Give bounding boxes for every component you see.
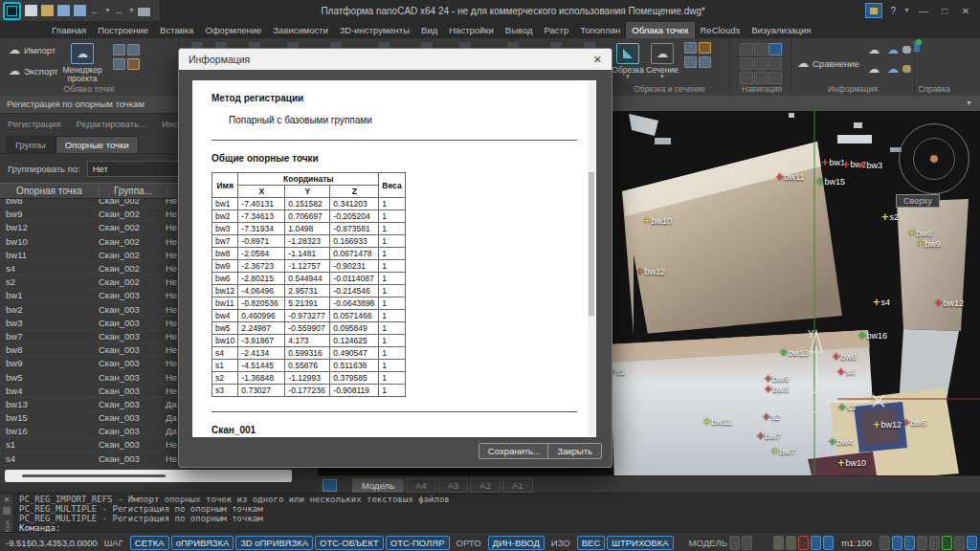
- redo-dropdown-icon[interactable]: ▼: [128, 5, 134, 16]
- status-toggle[interactable]: ШАГ: [100, 536, 128, 550]
- dialog-close-button[interactable]: Закрыть: [547, 443, 602, 459]
- layout-tab[interactable]: Модель: [352, 478, 404, 493]
- ribbon-tab[interactable]: Настройки: [443, 22, 500, 38]
- cloud-tool-icon[interactable]: [113, 58, 125, 70]
- orbit-icon[interactable]: [929, 536, 940, 550]
- fullscreen-icon[interactable]: [967, 536, 977, 550]
- undo-dropdown-icon[interactable]: ▼: [104, 5, 110, 16]
- point-marker[interactable]: +s4: [873, 296, 890, 308]
- status-toggle[interactable]: ОТС-ОБЪЕКТ: [315, 536, 384, 550]
- save-icon[interactable]: [57, 5, 70, 16]
- nav-tool-icon[interactable]: [768, 72, 782, 84]
- ribbon-tab[interactable]: Зависимости: [267, 22, 334, 38]
- bulb-icon[interactable]: [773, 536, 784, 550]
- status-toggle[interactable]: СЕТКА: [130, 536, 169, 550]
- bulb2-icon[interactable]: [786, 536, 796, 550]
- section-dropdown-icon[interactable]: ▼: [659, 75, 665, 79]
- ribbon-tab[interactable]: Оформление: [199, 22, 267, 38]
- status-toggle[interactable]: ВЕС: [577, 536, 606, 550]
- close-icon[interactable]: ✕: [0, 496, 13, 504]
- point-marker[interactable]: +s2: [881, 210, 899, 223]
- crop-tool-icon[interactable]: [699, 42, 711, 54]
- layout-list-icon[interactable]: [323, 479, 337, 492]
- notes-icon[interactable]: [742, 536, 752, 550]
- info-cloud-icon[interactable]: ☁: [868, 44, 880, 55]
- ribbon-tab[interactable]: 3D-инструменты: [334, 22, 415, 38]
- cylinder-d-icon[interactable]: [902, 65, 911, 73]
- nav-tool-icon[interactable]: [754, 72, 768, 84]
- nav-tool-icon[interactable]: [754, 43, 768, 55]
- close-button[interactable]: ✕: [959, 6, 972, 16]
- pan-icon[interactable]: [880, 536, 890, 550]
- panel-tab[interactable]: Опорные точки: [56, 136, 139, 153]
- point-marker[interactable]: +bw12: [935, 297, 964, 309]
- point-marker[interactable]: +s2: [763, 410, 780, 423]
- save-button[interactable]: Сохранить...: [479, 443, 550, 459]
- lock-icon[interactable]: [798, 536, 809, 550]
- zoom-window-icon[interactable]: [904, 536, 915, 550]
- status-toggle[interactable]: ИЗО: [546, 536, 575, 550]
- point-marker[interactable]: +bw5: [902, 416, 926, 429]
- new-file-icon[interactable]: [25, 5, 37, 16]
- minimize-button[interactable]: —: [917, 6, 930, 16]
- open-file-icon[interactable]: [41, 5, 54, 16]
- layout-tab[interactable]: А2: [470, 478, 501, 493]
- cloud-tool-icon[interactable]: [127, 44, 140, 55]
- point-marker[interactable]: +bw11: [703, 415, 731, 428]
- regen-icon[interactable]: [942, 536, 952, 550]
- link-icon[interactable]: [729, 536, 740, 550]
- save-as-icon[interactable]: [74, 5, 86, 16]
- dialog-close-icon[interactable]: ✕: [593, 54, 602, 66]
- point-marker[interactable]: +s3: [838, 401, 856, 413]
- dialog-scrollbar[interactable]: [588, 81, 595, 436]
- export-button[interactable]: ☁ Экспорт: [5, 63, 62, 78]
- nav-tool-icon[interactable]: [754, 57, 768, 70]
- status-toggle[interactable]: ДИН-ВВОД: [488, 536, 545, 550]
- section-button[interactable]: ☁ Сечение ▼: [646, 40, 679, 79]
- settings-icon[interactable]: [3, 507, 11, 515]
- cursor-snap-icon[interactable]: [811, 536, 821, 550]
- import-button[interactable]: ☁ Импорт: [5, 42, 62, 57]
- horizontal-scrollbar[interactable]: [5, 470, 292, 482]
- ribbon-tab[interactable]: Облака точек: [626, 22, 694, 38]
- ribbon-tab[interactable]: Построение: [92, 22, 154, 38]
- point-marker[interactable]: +bw8: [765, 383, 789, 395]
- compare-button[interactable]: ☁ Сравнение: [793, 55, 863, 71]
- cylinder-r-icon[interactable]: [902, 46, 911, 54]
- dialog-title-bar[interactable]: Информация ✕: [179, 49, 612, 70]
- panel-menu-item[interactable]: Регистрация: [8, 119, 61, 129]
- panel-menu-item[interactable]: Редактировать...: [77, 119, 147, 129]
- nav-tool-icon[interactable]: [768, 57, 782, 70]
- nav-tool-icon[interactable]: [768, 43, 782, 55]
- ribbon-tab[interactable]: Визуализация: [746, 22, 816, 38]
- model-space-label[interactable]: МОДЕЛЬ: [689, 538, 727, 548]
- point-marker[interactable]: +s4: [837, 365, 855, 378]
- nav-tool-icon[interactable]: [740, 72, 753, 84]
- point-marker[interactable]: +bw7: [771, 445, 795, 457]
- crop-tool-icon[interactable]: [699, 56, 711, 68]
- point-marker[interactable]: +bw3: [858, 159, 882, 171]
- crop-button[interactable]: Обрезка ▼: [612, 40, 644, 79]
- point-marker[interactable]: +bw16: [858, 329, 887, 342]
- layout-tab[interactable]: А4: [406, 478, 436, 493]
- point-marker[interactable]: +bw11: [776, 170, 804, 183]
- compass-center-dot[interactable]: [930, 155, 938, 163]
- panel-tab[interactable]: Группы: [6, 136, 56, 153]
- help-icon[interactable]: ?: [890, 6, 896, 16]
- point-marker[interactable]: +bw15: [816, 175, 845, 187]
- chevron-down-icon[interactable]: ▼: [966, 99, 972, 106]
- ribbon-tab[interactable]: Топоплан: [574, 22, 626, 38]
- cloud-tool-icon[interactable]: [113, 44, 125, 55]
- layout-tab[interactable]: А3: [438, 478, 469, 493]
- ribbon-tab[interactable]: Вид: [415, 22, 443, 38]
- scrollbar-thumb[interactable]: [22, 474, 166, 477]
- point-marker[interactable]: +bw6: [833, 350, 857, 363]
- status-toggle[interactable]: ОТС-ПОЛЯР: [386, 536, 450, 550]
- view-compass[interactable]: [899, 123, 969, 194]
- point-marker[interactable]: +bw12: [873, 418, 902, 430]
- print-icon[interactable]: [138, 8, 150, 16]
- ribbon-tab[interactable]: Вставка: [154, 22, 199, 38]
- cloud-tool-icon[interactable]: [127, 58, 140, 70]
- redo-icon[interactable]: →: [114, 5, 124, 16]
- nanocad-logo-icon[interactable]: [3, 2, 21, 20]
